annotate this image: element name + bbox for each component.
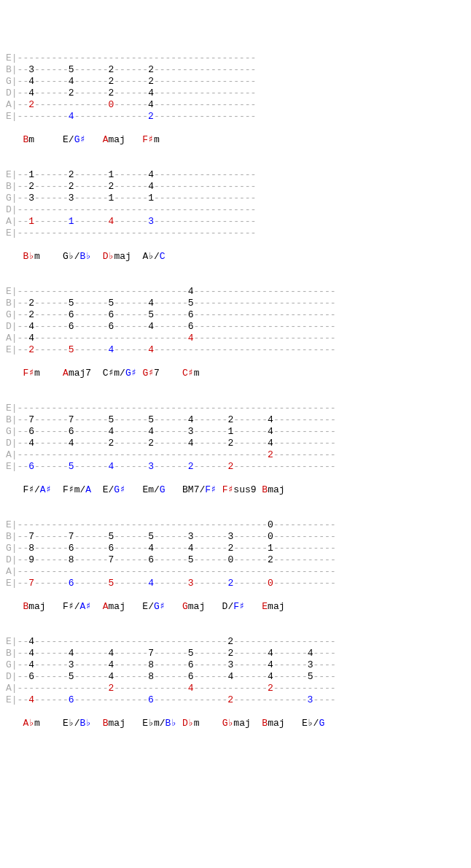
tab-block-1: E|--1------2------1------4--------------…	[6, 169, 465, 263]
tab-block-4: E|--------------------------------------…	[6, 519, 465, 613]
tab-block-2: E|------------------------------4-------…	[6, 286, 465, 379]
tab-block-5: E|--4----------------------------------2…	[6, 636, 465, 729]
tab-block-3: E|--------------------------------------…	[6, 403, 465, 496]
tab-block-0: E|--------------------------------------…	[6, 53, 465, 146]
